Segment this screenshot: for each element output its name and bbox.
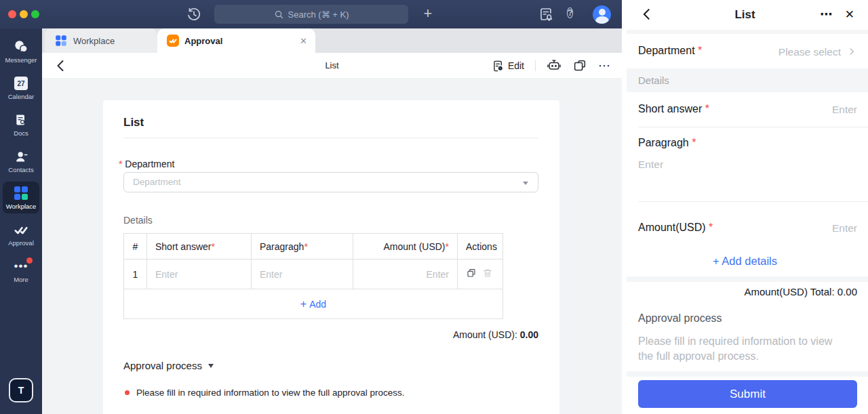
edit-button[interactable]: Edit: [492, 60, 524, 73]
approval-process-toggle[interactable]: Approval process: [123, 360, 214, 371]
amount-total: Amount (USD): 0.00: [453, 329, 538, 340]
chevron-right-icon: [847, 47, 856, 56]
department-select[interactable]: Department: [123, 172, 538, 192]
sidebar-item-label: Contacts: [8, 166, 34, 173]
plus-icon: +: [300, 298, 307, 310]
details-label: Details: [638, 75, 669, 86]
preview-amount-total: Amount(USD) Total: 0.00: [745, 286, 857, 297]
traffic-close-button[interactable]: [8, 10, 16, 18]
sidebar-item-label: Docs: [14, 129, 28, 137]
section-gap: [627, 30, 868, 34]
tab-approval[interactable]: Approval ✕: [157, 28, 315, 53]
form-card: List * Department Department Details # S…: [103, 100, 559, 414]
more-actions-icon[interactable]: ⋯: [820, 0, 833, 28]
col-paragraph: Paragragh*: [252, 234, 353, 259]
details-label: Details: [123, 215, 153, 226]
contacts-icon: [14, 149, 28, 164]
row-actions: [458, 260, 501, 289]
app-sidebar: Messenger 27 Calendar Docs: [0, 28, 42, 414]
sidebar-item-contacts[interactable]: Contacts: [3, 145, 39, 177]
paragraph-input[interactable]: Enter: [252, 260, 353, 289]
department-placeholder: Please select: [778, 46, 841, 58]
sidebar-item-messenger[interactable]: Messenger: [3, 35, 39, 67]
chevron-down-icon: [208, 364, 214, 368]
search-input[interactable]: Search (⌘ + K): [214, 5, 408, 24]
tenant-avatar[interactable]: T: [9, 378, 33, 402]
approval-notice: Please fill in required information to v…: [125, 388, 404, 398]
edit-label: Edit: [508, 60, 524, 71]
field-divider: [638, 127, 868, 127]
table-header-row: # Short answer* Paragragh* Amount (USD)*…: [124, 234, 502, 260]
short-answer-label: Short answer *: [638, 103, 709, 115]
more-actions-icon[interactable]: ⋯: [598, 58, 611, 73]
section-gap: [627, 276, 868, 282]
sidebar-item-workplace[interactable]: Workplace: [3, 182, 39, 213]
col-short-answer: Short answer*: [147, 234, 252, 259]
close-icon[interactable]: ✕: [845, 0, 854, 30]
tab-label: Workplace: [73, 36, 115, 46]
sidebar-item-label: Approval: [8, 239, 34, 247]
submit-button[interactable]: Submit: [638, 380, 857, 408]
open-in-window-icon[interactable]: [572, 58, 587, 73]
tab-strip: Workplace Approval ✕: [42, 28, 622, 53]
delete-row-icon[interactable]: [482, 268, 493, 281]
plus-icon: +: [713, 255, 719, 267]
sidebar-item-docs[interactable]: Docs: [3, 108, 39, 140]
field-divider: [638, 201, 868, 202]
traffic-minimize-button[interactable]: [20, 10, 28, 18]
details-table: # Short answer* Paragragh* Amount (USD)*…: [123, 233, 503, 319]
sidebar-item-label: Calendar: [8, 93, 35, 100]
traffic-zoom-button[interactable]: [31, 10, 39, 18]
details-section-band: Details: [627, 68, 868, 92]
table-row: 1 Enter Enter Enter: [124, 260, 502, 289]
add-details-button[interactable]: + Add details: [622, 255, 868, 268]
approval-process-label: Approval process: [638, 312, 722, 325]
title-divider: [123, 138, 538, 138]
col-amount: Amount (USD)*: [353, 234, 458, 259]
amount-total-value: 0.00: [520, 329, 538, 340]
preview-header: List ⋯ ✕: [622, 0, 868, 30]
print-icon[interactable]: [547, 58, 561, 73]
history-icon[interactable]: [186, 6, 202, 22]
avatar-person-icon: [599, 9, 606, 16]
department-label: Department *: [638, 45, 702, 57]
approval-app-icon: [167, 35, 179, 47]
mobile-preview-panel: List ⋯ ✕ Department * Please select Deta…: [622, 0, 868, 414]
form-title: List: [123, 116, 144, 129]
main-content: List * Department Department Details # S…: [42, 79, 622, 414]
search-placeholder: Search (⌘ + K): [288, 9, 349, 20]
content-header: List Edit: [42, 53, 622, 79]
paragraph-label: Paragragh *: [638, 137, 696, 149]
required-asterisk: *: [119, 159, 122, 169]
notification-badge: [26, 257, 33, 264]
new-tab-button[interactable]: +: [420, 4, 436, 23]
amount-input[interactable]: Enter: [353, 260, 458, 289]
sidebar-item-more[interactable]: ••• More: [3, 255, 39, 287]
short-answer-input[interactable]: Enter: [147, 260, 252, 289]
app-window: Search (⌘ + K) + ?: [0, 0, 868, 414]
duplicate-row-icon[interactable]: [466, 268, 477, 281]
approval-process-notice: Please fill in required information to v…: [638, 334, 849, 364]
row-index: 1: [124, 260, 147, 289]
total-value: 0.00: [837, 286, 857, 297]
tab-label: Approval: [184, 36, 222, 46]
col-actions: Actions: [458, 234, 501, 259]
sidebar-item-label: Workplace: [6, 203, 37, 210]
department-label: * Department: [119, 159, 175, 169]
messenger-icon: [14, 39, 28, 54]
chevron-down-icon: [523, 182, 528, 185]
user-avatar[interactable]: [593, 5, 611, 24]
red-dot-icon: [125, 390, 130, 395]
amount-label: Amount(USD) *: [638, 222, 713, 234]
sidebar-item-calendar[interactable]: 27 Calendar: [3, 72, 39, 104]
help-icon[interactable]: ?: [566, 6, 582, 22]
tab-close-icon[interactable]: ✕: [300, 36, 307, 46]
paragraph-placeholder: Enter: [638, 159, 663, 171]
tab-workplace[interactable]: Workplace: [45, 28, 157, 53]
add-row-button[interactable]: + Add: [124, 289, 502, 318]
workplace-grid-icon: [56, 35, 66, 46]
announcement-icon[interactable]: [538, 6, 554, 22]
window-titlebar: Search (⌘ + K) + ?: [0, 0, 622, 28]
workplace-grid-icon: [14, 186, 28, 201]
sidebar-item-approval[interactable]: Approval: [3, 218, 39, 250]
